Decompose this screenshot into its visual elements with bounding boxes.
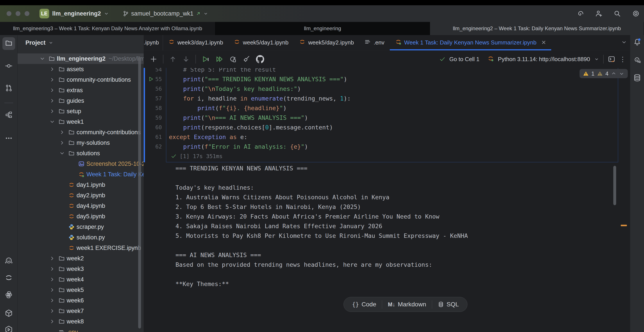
tree-item-week8[interactable]: week8 — [18, 316, 144, 327]
chevron-icon[interactable] — [49, 98, 58, 104]
code-line-57[interactable]: 57 for i, headline in enumerate(trending… — [144, 94, 630, 103]
python-console-tool-icon[interactable] — [4, 290, 13, 300]
code-line-60[interactable]: 60 print(response.choices[0].message.con… — [144, 122, 630, 132]
window-tab-llm-engineering[interactable]: llm_engineering — [216, 22, 430, 35]
ai-chat-icon[interactable] — [633, 56, 641, 65]
hidden-tabs-chevron-icon[interactable] — [621, 39, 627, 46]
window-tab-llm-engineering2[interactable]: llm_engineering2 – Week 1 Task: Daily Ke… — [430, 22, 644, 35]
code-line-55[interactable]: 55 print("=== TRENDING KENYAN NEWS ANALY… — [144, 74, 630, 84]
inspections-widget[interactable]: 1 4 — [580, 69, 628, 78]
code-line-62[interactable]: 62 print(f"Error in AI analysis: {e}") — [144, 142, 630, 151]
code-line-56[interactable]: 56 print("\nToday's key headlines:") — [144, 84, 630, 94]
chevron-icon[interactable] — [49, 319, 58, 324]
close-tab-icon[interactable]: ✕ — [541, 39, 546, 46]
chevron-icon[interactable] — [49, 256, 58, 261]
editor-tab--env[interactable]: .env — [359, 35, 390, 50]
chevron-down-icon[interactable] — [594, 56, 599, 62]
editor-tab-week-1-task-daily-kenyan-news-summarizer-ipynb[interactable]: Week 1 Task: Daily Kenyan News Summarize… — [390, 35, 552, 50]
prev-warning-icon[interactable] — [611, 71, 616, 76]
zoom-window-button[interactable] — [24, 11, 30, 16]
add-user-icon[interactable] — [595, 10, 603, 17]
run-targets-tool-icon[interactable] — [4, 325, 13, 332]
tree-item-day5-ipynb[interactable]: day5.ipynb — [18, 211, 144, 222]
code-line-58[interactable]: 58 print(f"{i}. {headline}") — [144, 103, 630, 113]
tree-item--env[interactable]: .env — [18, 327, 144, 332]
tree-item-week6[interactable]: week6 — [18, 295, 144, 306]
project-tree-scrollbar[interactable] — [138, 57, 141, 329]
tree-item-week3[interactable]: week3 — [18, 264, 144, 274]
chevron-icon[interactable] — [49, 108, 58, 114]
vcs-branch-widget[interactable]: samuel_bootcamp_wk1 — [122, 10, 208, 17]
code-line-54[interactable]: 54 # Step 5: Print the result — [144, 68, 630, 74]
tree-item-day2-ipynb[interactable]: day2.ipynb — [18, 190, 144, 201]
next-warning-icon[interactable] — [619, 71, 624, 76]
tree-item-llm-engineering2[interactable]: llm_engineering2 ~/Desktop/llm_en — [18, 53, 144, 64]
kebab-menu-icon[interactable]: ⋮ — [620, 55, 626, 63]
tree-item-community-contributions[interactable]: community-contributions — [18, 127, 144, 138]
more-tool-windows-icon[interactable] — [5, 134, 13, 143]
tree-item-solution-py[interactable]: solution.py — [18, 232, 144, 243]
tree-item-my-solutions[interactable]: my-solutions — [18, 138, 144, 148]
editor-tab-week3-day1-ipynb[interactable]: week3/day1.ipynb — [163, 35, 228, 50]
project-tool-icon[interactable] — [5, 39, 13, 48]
jupyter-console-icon[interactable] — [608, 55, 616, 63]
minimize-window-button[interactable] — [16, 11, 20, 16]
jupyter-tool-icon[interactable] — [4, 273, 13, 283]
chevron-icon[interactable] — [49, 77, 58, 83]
huggingface-tool-icon[interactable] — [4, 256, 13, 266]
kernel-selector[interactable]: Python 3.11.14: http://localhost:8890 — [498, 56, 590, 63]
clear-outputs-icon[interactable] — [242, 55, 250, 63]
tree-item-screenshot-2025-10-24-at[interactable]: Screenshot 2025-10-24 at — [18, 159, 144, 169]
tree-item-day4-ipynb[interactable]: day4.ipynb — [18, 201, 144, 211]
chevron-icon[interactable] — [49, 287, 58, 293]
chevron-icon[interactable] — [49, 66, 58, 72]
chevron-icon[interactable] — [49, 119, 58, 125]
tree-item-community-contributions[interactable]: community-contributions — [18, 74, 144, 85]
tree-item-week4[interactable]: week4 — [18, 274, 144, 285]
tree-item-scraper-py[interactable]: scraper.py — [18, 222, 144, 232]
add-code-cell-button[interactable]: {} Code — [346, 297, 382, 312]
window-tab-llm-engineering3[interactable]: llm_engineering3 – Week 1 Task: Kenyan D… — [0, 22, 216, 35]
notifications-bell-icon[interactable] — [633, 38, 641, 47]
chevron-down-icon[interactable] — [104, 11, 109, 16]
chevron-icon[interactable] — [59, 129, 68, 135]
chevron-icon[interactable] — [40, 56, 48, 62]
add-cell-icon[interactable] — [150, 55, 157, 63]
code-line-61[interactable]: 61except Exception as e: — [144, 132, 630, 142]
chevron-icon[interactable] — [49, 298, 58, 303]
structure-tool-icon[interactable] — [5, 111, 13, 120]
add-markdown-cell-button[interactable]: M↓ Markdown — [382, 297, 432, 312]
chevron-down-icon[interactable] — [203, 11, 208, 16]
tree-item-assets[interactable]: assets — [18, 64, 144, 74]
chevron-icon[interactable] — [49, 87, 58, 93]
close-window-button[interactable] — [6, 11, 12, 16]
chevron-icon[interactable] — [59, 140, 68, 146]
settings-gear-icon[interactable] — [632, 9, 640, 18]
move-cell-up-icon[interactable] — [169, 55, 176, 63]
tree-item-day1-ipynb[interactable]: day1.ipynb — [18, 179, 144, 190]
tree-item-week5[interactable]: week5 — [18, 285, 144, 295]
output-scrollbar[interactable] — [613, 166, 616, 205]
code-line-59[interactable]: 59 print("\n=== AI NEWS ANALYSIS ===") — [144, 113, 630, 122]
code-editor[interactable]: 54 # Step 5: Print the result55 print("=… — [144, 68, 630, 161]
window-controls[interactable] — [6, 11, 30, 16]
tree-item-guides[interactable]: guides — [18, 96, 144, 106]
chevron-icon[interactable] — [49, 266, 58, 272]
python-packages-tool-icon[interactable] — [4, 309, 13, 319]
project-selector[interactable]: llm_engineering2 — [52, 10, 101, 17]
pull-requests-tool-icon[interactable] — [5, 84, 13, 93]
editor-tab-week5-day1-ipynb[interactable]: week5/day1.ipynb — [228, 35, 294, 50]
tree-item-setup[interactable]: setup — [18, 106, 144, 117]
commit-tool-icon[interactable] — [5, 62, 13, 71]
move-cell-down-icon[interactable] — [182, 55, 190, 63]
restart-kernel-icon[interactable] — [229, 55, 237, 63]
chevron-icon[interactable] — [49, 308, 58, 314]
editor-tab--ipynb[interactable]: .ipynb — [144, 35, 163, 50]
run-all-cells-icon[interactable] — [215, 55, 223, 63]
tree-item-week1-exercise-ipynb[interactable]: week1 EXERCISE.ipynb — [18, 243, 144, 253]
github-icon[interactable] — [256, 55, 264, 63]
chevron-icon[interactable] — [49, 277, 58, 282]
tree-item-week7[interactable]: week7 — [18, 306, 144, 316]
tree-item-week-1-task-daily-kenyan[interactable]: Week 1 Task: Daily Kenyan — [18, 169, 144, 179]
run-line-icon[interactable] — [148, 76, 154, 83]
